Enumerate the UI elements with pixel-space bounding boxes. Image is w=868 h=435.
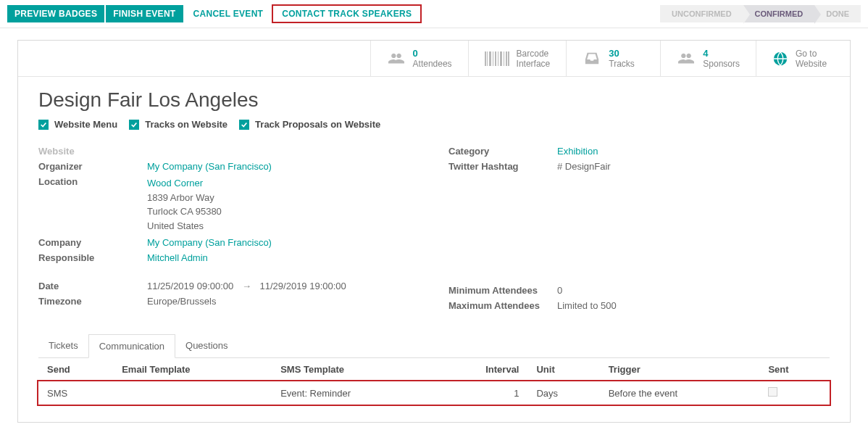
col-send: Send: [38, 358, 113, 381]
status-confirmed[interactable]: CONFIRMED: [743, 5, 815, 22]
cell-unit: Days: [527, 381, 599, 405]
date-end: 11/29/2019 19:00:00: [260, 281, 346, 291]
stat-tracks-count: 30: [609, 48, 635, 59]
field-responsible-label: Responsible: [38, 252, 147, 263]
stat-sponsors-label: Sponsors: [703, 59, 740, 69]
inbox-icon: [583, 51, 601, 67]
stat-tracks-label: Tracks: [609, 59, 635, 69]
sent-checkbox[interactable]: [768, 387, 777, 397]
col-unit: Unit: [527, 358, 599, 381]
stat-buttons-row: 0 Attendees Barcode Interface 30 Tracks …: [18, 41, 850, 77]
label-website-menu: Website Menu: [54, 119, 117, 130]
stat-barcode-line1: Barcode: [517, 49, 551, 59]
stat-attendees-count: 0: [413, 48, 452, 59]
tab-tickets[interactable]: Tickets: [38, 334, 88, 357]
sponsors-icon: [677, 51, 696, 67]
field-organizer-value[interactable]: My Company (San Francisco): [147, 161, 272, 172]
field-location-label: Location: [38, 176, 147, 233]
users-icon: [387, 51, 406, 67]
field-hashtag-label: Twitter Hashtag: [448, 161, 557, 172]
field-company-value[interactable]: My Company (San Francisco): [147, 237, 272, 248]
svg-rect-6: [500, 51, 502, 66]
field-category-label: Category: [448, 146, 557, 157]
status-unconfirmed[interactable]: UNCONFIRMED: [660, 5, 743, 22]
checkbox-track-proposals[interactable]: [239, 120, 249, 130]
right-fields: CategoryExhibition Twitter Hashtag# Desi…: [448, 146, 830, 315]
stat-go-website[interactable]: Go to Website: [756, 41, 850, 76]
field-min-attendees-label: Minimum Attendees: [448, 285, 557, 296]
page-title: Design Fair Los Angeles: [38, 88, 830, 112]
checkbox-website-menu[interactable]: [38, 120, 49, 130]
stat-sponsors-count: 4: [703, 48, 740, 59]
cell-sent: [759, 381, 830, 405]
address-line3: United States: [147, 220, 204, 231]
svg-rect-5: [498, 51, 498, 66]
stat-tracks[interactable]: 30 Tracks: [566, 41, 660, 76]
address-line2: Turlock CA 95380: [147, 206, 222, 217]
stat-barcode-line2: Interface: [517, 59, 551, 69]
stat-sponsors[interactable]: 4 Sponsors: [660, 41, 756, 76]
left-fields: Website OrganizerMy Company (San Francis…: [38, 146, 420, 315]
date-start: 11/25/2019 09:00:00: [147, 281, 233, 291]
stat-website-line2: Website: [796, 59, 827, 69]
cancel-event-button[interactable]: CANCEL EVENT: [185, 5, 272, 22]
field-company-label: Company: [38, 237, 147, 248]
col-interval: Interval: [434, 358, 528, 381]
field-date-label: Date: [38, 281, 147, 291]
globe-icon: [772, 51, 788, 67]
form-sheet: 0 Attendees Barcode Interface 30 Tracks …: [17, 40, 851, 423]
communication-row[interactable]: SMS Event: Reminder 1 Days Before the ev…: [38, 381, 830, 405]
checkbox-tracks-website[interactable]: [129, 120, 139, 130]
field-min-attendees-value: 0: [557, 285, 562, 296]
preview-badges-button[interactable]: PREVIEW BADGES: [7, 5, 104, 22]
tab-communication[interactable]: Communication: [88, 334, 175, 358]
field-website-label: Website: [38, 146, 147, 157]
cell-sms-template: Event: Reminder: [272, 381, 433, 405]
svg-rect-3: [493, 51, 493, 66]
field-timezone-value: Europe/Brussels: [147, 296, 216, 307]
cell-interval: 1: [434, 381, 528, 405]
stat-website-line1: Go to: [796, 49, 827, 59]
toggle-row: Website Menu Tracks on Website Track Pro…: [38, 119, 830, 130]
communication-table: Send Email Template SMS Template Interva…: [38, 358, 830, 405]
svg-rect-8: [506, 51, 507, 66]
status-bar: UNCONFIRMED CONFIRMED DONE: [660, 5, 861, 22]
svg-rect-9: [508, 51, 509, 66]
stat-attendees[interactable]: 0 Attendees: [370, 41, 468, 76]
field-responsible-value[interactable]: Mitchell Admin: [147, 252, 208, 263]
stat-barcode[interactable]: Barcode Interface: [468, 41, 567, 76]
notebook-tabs: Tickets Communication Questions: [38, 334, 830, 358]
action-toolbar: PREVIEW BADGES FINISH EVENT CANCEL EVENT…: [0, 0, 868, 28]
field-max-attendees-label: Maximum Attendees: [448, 300, 557, 311]
field-category-value[interactable]: Exhibition: [557, 146, 598, 157]
svg-rect-7: [504, 51, 504, 66]
col-sms-template: SMS Template: [272, 358, 433, 381]
col-sent: Sent: [759, 358, 830, 381]
col-trigger: Trigger: [600, 358, 760, 381]
svg-rect-0: [485, 51, 486, 66]
field-organizer-label: Organizer: [38, 161, 147, 172]
finish-event-button[interactable]: FINISH EVENT: [106, 5, 183, 22]
cell-email-template: [113, 381, 272, 405]
barcode-icon: [485, 51, 509, 66]
svg-rect-1: [487, 51, 488, 66]
address-line1: 1839 Arbor Way: [147, 192, 214, 203]
stat-attendees-label: Attendees: [413, 59, 452, 69]
svg-rect-4: [495, 51, 496, 66]
field-location-link[interactable]: Wood Corner: [147, 178, 203, 188]
col-email-template: Email Template: [113, 358, 272, 381]
cell-trigger: Before the event: [600, 381, 760, 405]
status-done[interactable]: DONE: [814, 5, 861, 22]
label-tracks-website: Tracks on Website: [145, 119, 228, 130]
svg-rect-2: [489, 51, 491, 66]
field-hashtag-value: # DesignFair: [557, 161, 611, 172]
cell-send: SMS: [38, 381, 113, 405]
contact-track-speakers-button[interactable]: CONTACT TRACK SPEAKERS: [272, 4, 422, 23]
field-max-attendees-value: Limited to 500: [557, 300, 617, 311]
arrow-right-icon: →: [242, 281, 251, 291]
field-timezone-label: Timezone: [38, 296, 147, 307]
tab-questions[interactable]: Questions: [175, 334, 238, 357]
label-track-proposals: Track Proposals on Website: [255, 119, 380, 130]
